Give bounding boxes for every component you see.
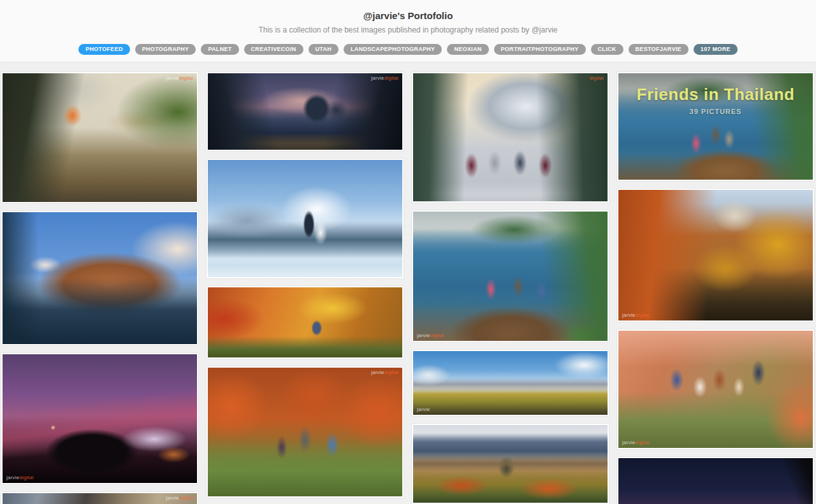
tag-portraitphotography[interactable]: PORTRAITPHOTOGRAPHY [494, 44, 586, 55]
tag-creativecoin[interactable]: CREATIVECOIN [244, 44, 303, 55]
header: @jarvie's Portofolio This is a collectio… [0, 0, 816, 62]
photo-family-autumn-grasses[interactable]: jarviedigital [617, 329, 814, 449]
tag-bestofjarvie[interactable]: BESTOFJARVIE [629, 44, 688, 55]
page-subtitle: This is a collection of the best images … [0, 25, 816, 34]
gallery-column-3: digitaljarviedigitaljarvie [412, 72, 609, 504]
tag-neoxian[interactable]: NEOXIAN [447, 44, 488, 55]
photo-bangkok-canal-boat[interactable]: jarviedigital [1, 72, 198, 203]
album-title: Friends in Thailand [618, 85, 813, 104]
watermark-jarviedigital: jarviedigital [417, 333, 444, 338]
page-title: @jarvie's Portofolio [0, 10, 816, 21]
photo-autumn-valley-layers[interactable] [412, 424, 609, 504]
watermark-jarviedigital: jarviedigital [622, 440, 650, 445]
photo-three-girls-autumn[interactable]: jarviedigital [207, 366, 404, 498]
watermark-jarviedigital: jarviedigital [166, 76, 193, 81]
tag-palnet[interactable]: PALNET [201, 44, 238, 55]
gallery-column-1: jarviedigitaljarviedigitaljarviedigital [1, 72, 198, 504]
watermark-jarviedigital: jarviedigital [6, 475, 34, 480]
gallery: jarviedigitaljarviedigitaljarviedigitalj… [0, 62, 816, 504]
photo-family-snowy-mountain[interactable]: digital [412, 72, 609, 203]
photo-winter-wedding-couple[interactable] [207, 159, 404, 278]
photo-zion-canyon-autumn[interactable]: jarviedigital [617, 189, 814, 322]
tag-107-more[interactable]: 107 MORE [694, 44, 738, 55]
tag-click[interactable]: CLICK [591, 44, 623, 55]
album-picture-count: 39 PICTURES [618, 108, 813, 115]
gallery-column-2: jarviedigitaljarviedigital [207, 72, 404, 504]
album-cover-overlay: Friends in Thailand39 PICTURES [618, 85, 813, 115]
watermark-jarviedigital: jarviedigital [166, 496, 193, 501]
photo-thailand-coast-group[interactable]: jarviedigital [412, 210, 609, 342]
tag-photofeed[interactable]: PHOTOFEED [78, 44, 130, 55]
gallery-column-4: Friends in Thailand39 PICTURESjarviedigi… [617, 72, 814, 504]
photo-timpanogos-panorama[interactable]: jarvie [412, 350, 609, 416]
photo-storm-clouds[interactable]: jarviedigital [1, 492, 198, 504]
photo-autumn-engagement-couple[interactable] [207, 286, 404, 359]
tag-landscapephotography[interactable]: LANDSCAPEPHOTOGRAPHY [344, 44, 442, 55]
watermark-jarviedigital: digital [590, 76, 604, 81]
watermark-jarviedigital: jarviedigital [371, 370, 398, 375]
photo-dusk-crescent-moon[interactable] [617, 457, 814, 504]
watermark-jarviedigital: jarviedigital [371, 76, 398, 81]
watermark-jarviedigital: jarviedigital [622, 313, 650, 318]
photo-friends-in-thailand-cover[interactable]: Friends in Thailand39 PICTURES [617, 72, 814, 181]
photo-purple-night-sky-rock[interactable]: jarviedigital [1, 353, 198, 484]
tag-photography[interactable]: PHOTOGRAPHY [135, 44, 196, 55]
tag-utah[interactable]: UTAH [309, 44, 339, 55]
tag-bar: PHOTOFEEDPHOTOGRAPHYPALNETCREATIVECOINUT… [0, 44, 816, 55]
photo-karst-seascape-dusk[interactable]: jarviedigital [207, 72, 404, 151]
watermark-jarviedigital: jarvie [417, 407, 430, 412]
photo-snowy-ridge-golden-hour[interactable] [1, 211, 198, 345]
